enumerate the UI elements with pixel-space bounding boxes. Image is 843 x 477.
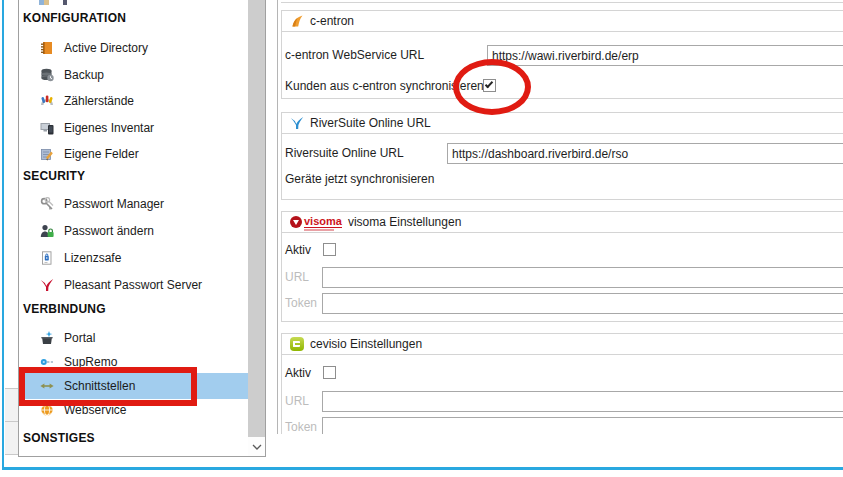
cevisio-token-label: Token	[285, 417, 317, 434]
scrollbar-thumb[interactable]	[248, 0, 265, 437]
license-document-icon	[40, 251, 54, 265]
settings-main-panel: c-entron c-entron WebService URL Kunden …	[277, 0, 843, 434]
sidebar-item-lizenzsafe[interactable]: Lizenzsafe	[20, 245, 249, 271]
group-title: cevisio Einstellungen	[310, 337, 422, 351]
group-riversuite-header: RiverSuite Online URL	[282, 113, 843, 134]
cevisio-aktiv-label: Aktiv	[285, 363, 311, 384]
sidebar-item-eigene-felder[interactable]: Eigene Felder	[20, 141, 249, 167]
zaehlerstaende-icon	[40, 94, 54, 108]
clipped-groupbox-edge	[281, 2, 843, 3]
cevisio-url-label: URL	[285, 391, 309, 412]
sidebar-item-eigenes-inventar[interactable]: Eigenes Inventar	[20, 115, 249, 141]
eigene-felder-icon	[40, 147, 54, 161]
riversuite-url-input[interactable]	[447, 143, 843, 164]
group-cevisio-header: cevisio Einstellungen	[282, 334, 843, 355]
sidebar-item-label: Active Directory	[64, 41, 148, 55]
sidebar-scrollbar[interactable]	[248, 0, 265, 456]
window-border-bottom	[2, 467, 843, 470]
settings-window: { "window": { "accent_border_color": "#2…	[0, 0, 843, 477]
visoma-token-label: Token	[285, 293, 317, 314]
password-keys-icon	[40, 197, 54, 211]
chevron-down-icon	[252, 444, 262, 450]
sidebar-item-label: Backup	[64, 68, 104, 82]
sidebar-item-label: Lizenzsafe	[64, 251, 121, 265]
visoma-aktiv-label: Aktiv	[285, 240, 311, 261]
sidebar-item-portal[interactable]: Portal	[20, 325, 249, 351]
centron-url-label: c-entron WebService URL	[285, 45, 424, 66]
section-sonstiges: SONSTIGES	[23, 430, 95, 446]
annotation-circle-checkbox	[453, 59, 531, 115]
visoma-logo-icon: visoma	[290, 214, 342, 231]
sidebar-item-passwort-manager[interactable]: Passwort Manager	[20, 191, 249, 217]
annotation-rectangle-schnittstellen	[19, 367, 197, 406]
group-title: RiverSuite Online URL	[310, 116, 431, 130]
eigenes-inventar-icon	[40, 121, 54, 135]
background-panel-edge	[5, 388, 18, 421]
sidebar-item-label: Zählerstände	[64, 94, 134, 108]
group-title: c-entron	[310, 14, 354, 28]
pleasant-bird-icon	[40, 278, 54, 292]
sidebar-item-label: Passwort ändern	[64, 224, 154, 238]
sidebar-item-label: Eigenes Inventar	[64, 121, 154, 135]
sidebar-item-label: Portal	[64, 331, 95, 345]
user-lock-icon	[40, 224, 54, 238]
portal-icon	[40, 331, 54, 345]
visoma-url-label: URL	[285, 267, 309, 288]
sidebar-item-label: Pleasant Passwort Server	[64, 278, 202, 292]
section-security: SECURITY	[23, 168, 85, 184]
sidebar-item-active-directory[interactable]: Active Directory	[20, 35, 249, 61]
visoma-aktiv-checkbox[interactable]	[323, 243, 336, 256]
sidebar-item-passwort-aendern[interactable]: Passwort ändern	[20, 218, 249, 244]
sidebar-item-label: Eigene Felder	[64, 147, 139, 161]
cevisio-icon	[290, 337, 304, 351]
riversuite-sync-now-action[interactable]: Geräte jetzt synchronisieren	[285, 169, 434, 190]
group-title: visoma Einstellungen	[348, 215, 461, 229]
visoma-url-input[interactable]	[322, 267, 843, 288]
section-verbindung: VERBINDUNG	[23, 301, 106, 317]
sidebar-item-zaehlerstaende[interactable]: Zählerstände	[20, 88, 249, 114]
centron-url-input[interactable]	[487, 45, 843, 66]
sidebar-item-label: Passwort Manager	[64, 197, 164, 211]
section-konfiguration: KONFIGURATION	[23, 10, 126, 26]
visoma-wordmark: visoma	[304, 215, 342, 228]
riversuite-url-label: Riversuite Online URL	[285, 143, 404, 164]
window-border-left	[2, 0, 4, 470]
riversuite-bird-icon	[290, 116, 304, 130]
group-centron-header: c-entron	[282, 11, 843, 32]
visoma-token-input[interactable]	[322, 293, 843, 314]
cevisio-aktiv-checkbox[interactable]	[323, 366, 336, 379]
background-panel-edge	[5, 421, 18, 455]
active-directory-icon	[40, 41, 54, 55]
cevisio-token-input[interactable]	[322, 417, 843, 434]
clipped-item-icon	[39, 0, 67, 5]
cevisio-url-input[interactable]	[322, 391, 843, 412]
sidebar-item-backup[interactable]: Backup	[20, 62, 249, 88]
group-visoma-header: visoma visoma Einstellungen	[282, 212, 843, 233]
c-entron-icon	[290, 14, 304, 28]
sidebar-item-pleasant-passwort-server[interactable]: Pleasant Passwort Server	[20, 272, 249, 298]
scrollbar-down-button[interactable]	[248, 437, 265, 456]
backup-icon	[40, 68, 54, 82]
